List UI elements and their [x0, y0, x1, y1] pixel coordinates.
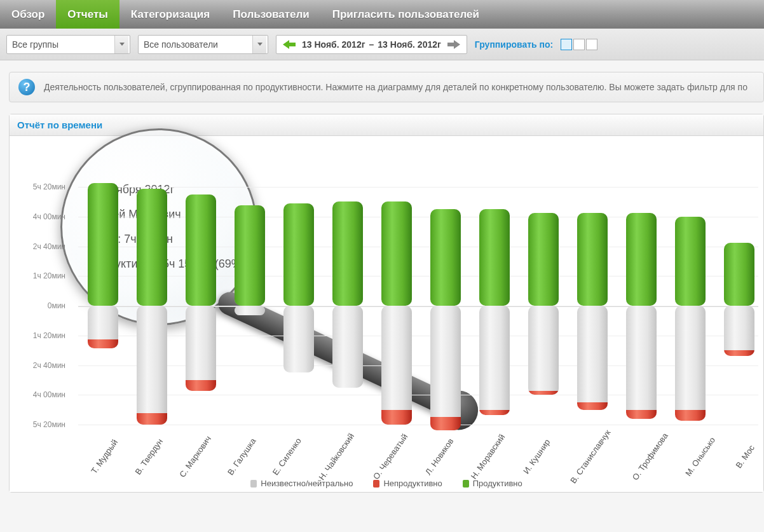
bar-slot[interactable]	[323, 187, 372, 425]
users-dropdown[interactable]: Все пользователи	[138, 35, 268, 54]
bar-productive[interactable]	[186, 194, 216, 306]
tab-label: Пригласить пользователей	[332, 8, 479, 21]
bar-below[interactable]	[283, 306, 314, 372]
bar-below[interactable]	[88, 306, 118, 348]
x-axis-label: Е. Силенко	[270, 435, 304, 477]
info-banner: ? Деятельность пользователей, сгруппиров…	[9, 72, 764, 102]
bars-container	[78, 187, 763, 425]
bar-productive[interactable]	[479, 209, 510, 306]
date-sep: –	[369, 39, 374, 50]
info-text: Деятельность пользователей, сгруппирован…	[44, 82, 747, 92]
groupby-month-icon[interactable]	[586, 39, 597, 50]
bar-productive[interactable]	[283, 203, 314, 306]
bar-below[interactable]	[675, 306, 706, 421]
tab-categorization[interactable]: Категоризация	[119, 0, 221, 29]
x-axis-label: С. Маркович	[178, 434, 214, 479]
bar-productive[interactable]	[626, 213, 657, 306]
bar-slot[interactable]	[665, 187, 714, 425]
bar-below[interactable]	[528, 306, 559, 395]
bar-slot[interactable]	[421, 187, 470, 425]
bar-productive[interactable]	[577, 213, 608, 306]
date-to: 13 Нояб. 2012г	[378, 39, 441, 50]
y-axis-label: 2ч 40мин	[33, 242, 65, 251]
y-axis-label: 4ч 00мин	[33, 212, 65, 221]
x-axis-label: Т. Мудрый	[88, 435, 121, 477]
legend-neutral: Неизвестно/нейтрально	[250, 479, 353, 488]
legend-productive-icon	[463, 480, 469, 488]
bar-slot[interactable]	[176, 187, 225, 425]
bar-productive[interactable]	[430, 209, 461, 306]
panel-title: Отчёт по времени	[10, 114, 763, 136]
bar-slot[interactable]	[372, 187, 421, 425]
date-from: 13 Нояб. 2012г	[302, 39, 365, 50]
main-tabs: Обзор Отчеты Категоризация Пользователи …	[0, 0, 764, 29]
bar-productive[interactable]	[675, 217, 706, 306]
chevron-down-icon	[252, 36, 266, 53]
bar-below[interactable]	[332, 306, 363, 388]
chevron-down-icon	[114, 36, 128, 53]
bar-slot[interactable]	[274, 187, 323, 425]
bar-productive[interactable]	[88, 183, 118, 306]
tab-reports[interactable]: Отчеты	[56, 0, 119, 29]
bar-productive[interactable]	[381, 201, 412, 306]
tab-label: Категоризация	[131, 8, 210, 21]
y-axis-label: 5ч 20мин	[33, 182, 65, 191]
legend-neutral-icon	[250, 480, 257, 488]
tab-overview[interactable]: Обзор	[0, 0, 56, 29]
y-axis-label: 1ч 20мин	[33, 271, 65, 280]
bar-slot[interactable]	[78, 187, 127, 425]
x-axis-label: Н. Чайковский	[317, 432, 356, 482]
bar-below[interactable]	[430, 306, 461, 430]
x-axis-label: В. Станиславчук	[569, 428, 613, 485]
bar-below[interactable]	[626, 306, 657, 419]
bar-productive[interactable]	[528, 213, 559, 306]
x-axis-label: В. Галушка	[225, 435, 259, 477]
bar-productive[interactable]	[724, 243, 754, 306]
bar-slot[interactable]	[568, 187, 617, 425]
x-axis-label: О. Череватый	[371, 432, 409, 481]
groups-dropdown[interactable]: Все группы	[6, 35, 130, 54]
groupby-label: Группировать по:	[475, 39, 553, 50]
groupby-buttons	[561, 39, 597, 50]
bar-slot[interactable]	[519, 187, 568, 425]
chart-area[interactable]: 13 ноября 2012г Сергей Маркович Всего: 7…	[10, 136, 763, 492]
y-axis-label: 5ч 20мин	[33, 420, 65, 429]
bar-below[interactable]	[577, 306, 608, 410]
legend-productive: Продуктивно	[463, 479, 522, 488]
prev-date-icon[interactable]	[280, 40, 298, 49]
tab-users[interactable]: Пользователи	[221, 0, 321, 29]
x-axis-label: М. Онысько	[683, 435, 717, 478]
tab-label: Пользователи	[233, 8, 310, 21]
legend-label: Непродуктивно	[383, 479, 442, 488]
bar-slot[interactable]	[225, 187, 274, 425]
gridline	[78, 425, 758, 425]
bar-slot[interactable]	[127, 187, 176, 425]
x-axis-label: В. Мос	[728, 435, 762, 477]
tab-label: Отчеты	[67, 8, 108, 21]
bar-slot[interactable]	[470, 187, 519, 425]
bar-below[interactable]	[137, 306, 167, 425]
bar-below[interactable]	[235, 306, 265, 315]
bar-below[interactable]	[724, 306, 754, 356]
bar-productive[interactable]	[137, 189, 167, 306]
tab-invite[interactable]: Пригласить пользователей	[321, 0, 491, 29]
dropdown-value: Все пользователи	[144, 39, 218, 50]
bar-below[interactable]	[381, 306, 412, 425]
groupby-week-icon[interactable]	[573, 39, 585, 50]
bar-below[interactable]	[479, 306, 510, 415]
bar-productive[interactable]	[332, 201, 363, 306]
next-date-icon[interactable]	[445, 40, 463, 49]
bar-slot[interactable]	[617, 187, 665, 425]
legend-label: Продуктивно	[473, 479, 522, 488]
groupby-day-icon[interactable]	[561, 39, 572, 50]
filter-toolbar: Все группы Все пользователи 13 Нояб. 201…	[0, 29, 764, 60]
bar-slot[interactable]	[714, 187, 763, 425]
bar-below[interactable]	[186, 306, 216, 391]
x-axis-label: В. Твердун	[132, 435, 166, 477]
help-icon[interactable]: ?	[18, 79, 35, 95]
y-axis-label: 1ч 20мин	[33, 331, 65, 340]
bar-productive[interactable]	[235, 205, 265, 306]
x-axis-label: Н. Моравский	[469, 432, 507, 481]
legend-label: Неизвестно/нейтрально	[261, 479, 353, 488]
date-range-picker[interactable]: 13 Нояб. 2012г – 13 Нояб. 2012г	[276, 35, 467, 54]
